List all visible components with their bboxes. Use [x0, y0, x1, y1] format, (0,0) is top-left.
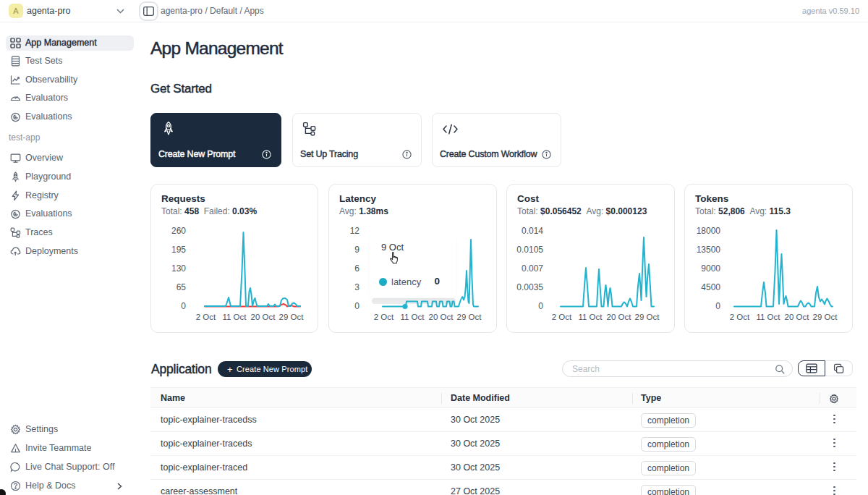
svg-text:2 Oct: 2 Oct	[196, 313, 216, 321]
svg-text:20 Oct: 20 Oct	[785, 313, 810, 321]
svg-text:0: 0	[715, 301, 720, 311]
svg-text:9000: 9000	[701, 263, 720, 274]
svg-text:4500: 4500	[701, 282, 720, 292]
svg-text:0.0105: 0.0105	[516, 245, 543, 255]
svg-text:3: 3	[354, 282, 359, 292]
svg-text:2 Oct: 2 Oct	[374, 313, 394, 321]
svg-text:12: 12	[350, 226, 360, 236]
svg-text:130: 130	[171, 263, 186, 274]
svg-text:11 Oct: 11 Oct	[578, 313, 603, 321]
svg-text:29 Oct: 29 Oct	[279, 313, 305, 321]
svg-text:20 Oct: 20 Oct	[251, 313, 276, 321]
svg-text:29 Oct: 29 Oct	[457, 313, 482, 321]
svg-text:11 Oct: 11 Oct	[756, 313, 780, 321]
svg-text:9: 9	[354, 245, 359, 255]
svg-text:29 Oct: 29 Oct	[813, 313, 838, 321]
svg-text:2 Oct: 2 Oct	[552, 313, 572, 321]
svg-text:0: 0	[181, 301, 186, 311]
svg-text:11 Oct: 11 Oct	[222, 313, 247, 321]
svg-text:20 Oct: 20 Oct	[429, 313, 454, 321]
svg-text:0.0035: 0.0035	[516, 282, 543, 292]
svg-text:65: 65	[176, 282, 187, 292]
svg-text:0: 0	[538, 301, 543, 311]
svg-text:6: 6	[354, 263, 359, 274]
svg-text:18000: 18000	[697, 226, 721, 236]
svg-text:0.014: 0.014	[522, 226, 543, 236]
svg-text:260: 260	[171, 226, 186, 236]
svg-text:2 Oct: 2 Oct	[730, 313, 750, 321]
svg-text:0.007: 0.007	[522, 263, 543, 274]
svg-text:0: 0	[354, 301, 359, 311]
svg-text:13500: 13500	[697, 245, 721, 255]
svg-text:20 Oct: 20 Oct	[607, 313, 632, 321]
svg-text:11 Oct: 11 Oct	[400, 313, 425, 321]
svg-text:29 Oct: 29 Oct	[635, 313, 660, 321]
svg-text:195: 195	[171, 245, 186, 255]
